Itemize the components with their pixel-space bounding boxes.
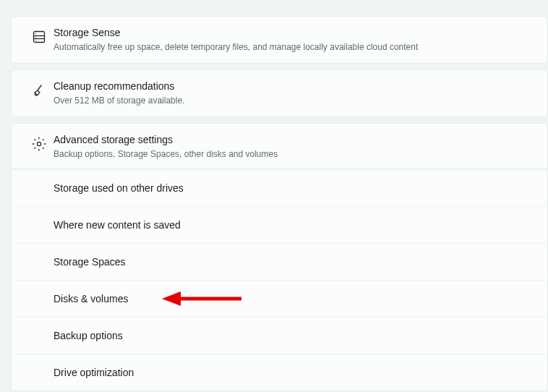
broom-icon [25, 79, 53, 98]
gear-icon [25, 132, 53, 151]
svg-point-9 [37, 142, 40, 145]
svg-point-5 [35, 40, 36, 41]
sub-item-label: Backup options [53, 330, 534, 341]
advanced-storage-card: Advanced storage settings Backup options… [11, 123, 548, 391]
sub-item-label: Where new content is saved [53, 219, 534, 231]
sub-item-label: Storage used on other drives [53, 182, 534, 194]
sub-item-storage-spaces[interactable]: Storage Spaces [12, 243, 547, 280]
svg-point-3 [35, 33, 36, 34]
sub-item-new-content-saved[interactable]: Where new content is saved [12, 206, 547, 243]
advanced-storage-header[interactable]: Advanced storage settings Backup options… [12, 124, 547, 169]
cleanup-card[interactable]: Cleanup recommendations Over 512 MB of s… [11, 69, 548, 117]
svg-point-4 [35, 37, 36, 38]
svg-rect-0 [34, 32, 45, 43]
card-subtitle: Over 512 MB of storage available. [53, 95, 534, 106]
sub-item-label: Drive optimization [53, 367, 534, 378]
card-title: Storage Sense [53, 25, 534, 40]
disk-icon [25, 25, 53, 44]
card-title: Advanced storage settings [53, 132, 534, 147]
sub-item-label: Storage Spaces [53, 256, 534, 268]
svg-line-6 [38, 85, 41, 90]
card-subtitle: Backup options, Storage Spaces, other di… [53, 148, 534, 160]
card-title: Cleanup recommendations [53, 79, 534, 93]
sub-item-drive-optimization[interactable]: Drive optimization [12, 354, 547, 391]
storage-sense-card[interactable]: Storage Sense Automatically free up spac… [11, 16, 548, 64]
sub-item-storage-other-drives[interactable]: Storage used on other drives [12, 169, 547, 206]
sub-item-label: Disks & volumes [53, 293, 534, 304]
sub-item-backup-options[interactable]: Backup options [12, 317, 547, 354]
card-subtitle: Automatically free up space, delete temp… [53, 41, 534, 53]
sub-item-disks-volumes[interactable]: Disks & volumes [12, 280, 547, 317]
